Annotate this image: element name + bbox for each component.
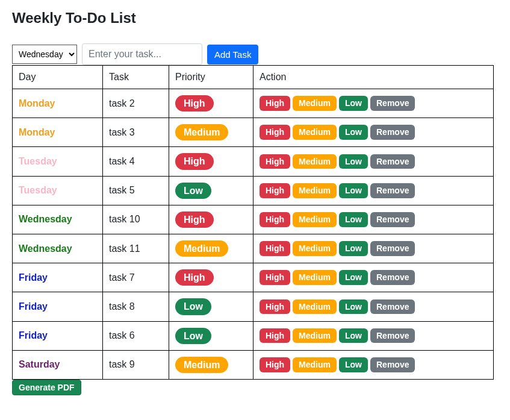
set-low-button[interactable]: Low <box>339 96 368 111</box>
remove-button[interactable]: Remove <box>370 183 415 198</box>
remove-button[interactable]: Remove <box>370 357 415 372</box>
set-high-button[interactable]: High <box>260 96 290 111</box>
set-high-button[interactable]: High <box>260 183 290 198</box>
day-label: Monday <box>19 98 55 108</box>
day-label: Monday <box>19 127 55 137</box>
set-medium-button[interactable]: Medium <box>293 299 337 315</box>
priority-badge: Medium <box>175 240 228 257</box>
generate-pdf-button[interactable]: Generate PDF <box>12 380 81 395</box>
remove-button[interactable]: Remove <box>370 299 415 315</box>
remove-button[interactable]: Remove <box>370 154 415 169</box>
set-low-button[interactable]: Low <box>339 357 368 372</box>
task-cell: task 3 <box>103 118 169 147</box>
set-low-button[interactable]: Low <box>339 299 368 315</box>
set-medium-button[interactable]: Medium <box>293 96 337 111</box>
col-header-priority: Priority <box>169 66 253 89</box>
set-high-button[interactable]: High <box>260 212 290 227</box>
set-high-button[interactable]: High <box>260 357 290 372</box>
day-label: Saturday <box>19 359 60 369</box>
priority-badge: Medium <box>175 357 228 373</box>
set-medium-button[interactable]: Medium <box>293 328 337 343</box>
table-row: Saturdaytask 9MediumHighMediumLowRemove <box>13 350 494 379</box>
day-label: Wednesday <box>19 243 72 254</box>
set-medium-button[interactable]: Medium <box>293 357 337 372</box>
set-high-button[interactable]: High <box>260 299 290 315</box>
set-high-button[interactable]: High <box>260 328 290 343</box>
set-low-button[interactable]: Low <box>339 241 368 256</box>
set-high-button[interactable]: High <box>260 270 290 285</box>
table-row: Fridaytask 6LowHighMediumLowRemove <box>13 321 494 350</box>
task-cell: task 7 <box>103 263 169 292</box>
day-label: Friday <box>19 330 48 340</box>
set-medium-button[interactable]: Medium <box>293 125 337 140</box>
task-cell: task 4 <box>103 147 169 176</box>
remove-button[interactable]: Remove <box>370 96 415 111</box>
priority-badge: High <box>175 269 214 286</box>
todo-table: Day Task Priority Action Mondaytask 2Hig… <box>12 65 494 380</box>
day-label: Wednesday <box>19 214 72 224</box>
priority-badge: High <box>175 153 214 169</box>
priority-badge: Medium <box>175 124 228 140</box>
priority-badge: High <box>175 95 214 111</box>
task-cell: task 9 <box>103 350 169 379</box>
col-header-task: Task <box>103 66 169 89</box>
task-cell: task 2 <box>103 89 169 118</box>
set-medium-button[interactable]: Medium <box>293 183 337 198</box>
table-row: Fridaytask 8LowHighMediumLowRemove <box>13 292 494 321</box>
day-label: Friday <box>19 301 48 312</box>
col-header-action: Action <box>253 66 494 89</box>
task-cell: task 11 <box>103 234 169 263</box>
task-cell: task 5 <box>103 176 169 205</box>
table-row: Tuesdaytask 4HighHighMediumLowRemove <box>13 147 494 176</box>
set-high-button[interactable]: High <box>260 125 290 140</box>
task-cell: task 8 <box>103 292 169 321</box>
set-low-button[interactable]: Low <box>339 270 368 285</box>
priority-badge: Low <box>175 328 211 344</box>
table-row: Tuesdaytask 5LowHighMediumLowRemove <box>13 176 494 205</box>
task-cell: task 6 <box>103 321 169 350</box>
page-title: Weekly To-Do List <box>12 10 498 27</box>
task-input[interactable] <box>82 43 202 65</box>
day-label: Tuesday <box>19 156 57 166</box>
set-low-button[interactable]: Low <box>339 183 368 198</box>
table-row: Fridaytask 7HighHighMediumLowRemove <box>13 263 494 292</box>
remove-button[interactable]: Remove <box>370 270 415 285</box>
set-high-button[interactable]: High <box>260 241 290 256</box>
task-cell: task 10 <box>103 205 169 234</box>
set-low-button[interactable]: Low <box>339 125 368 140</box>
priority-badge: Low <box>175 298 211 315</box>
table-row: Mondaytask 3MediumHighMediumLowRemove <box>13 118 494 147</box>
set-medium-button[interactable]: Medium <box>293 212 337 227</box>
col-header-day: Day <box>13 66 103 89</box>
day-select[interactable]: Wednesday <box>12 45 77 64</box>
set-low-button[interactable]: Low <box>339 212 368 227</box>
set-medium-button[interactable]: Medium <box>293 241 337 256</box>
remove-button[interactable]: Remove <box>370 212 415 227</box>
set-low-button[interactable]: Low <box>339 154 368 169</box>
set-high-button[interactable]: High <box>260 154 290 169</box>
table-row: Wednesdaytask 11MediumHighMediumLowRemov… <box>13 234 494 263</box>
remove-button[interactable]: Remove <box>370 125 415 140</box>
set-medium-button[interactable]: Medium <box>293 270 337 285</box>
remove-button[interactable]: Remove <box>370 328 415 343</box>
add-task-button[interactable]: Add Task <box>207 45 258 64</box>
day-label: Tuesday <box>19 185 57 195</box>
priority-badge: Low <box>175 183 211 199</box>
table-row: Wednesdaytask 10HighHighMediumLowRemove <box>13 205 494 234</box>
table-row: Mondaytask 2HighHighMediumLowRemove <box>13 89 494 118</box>
day-label: Friday <box>19 272 48 283</box>
set-low-button[interactable]: Low <box>339 328 368 343</box>
set-medium-button[interactable]: Medium <box>293 154 337 169</box>
controls-bar: Wednesday Add Task <box>12 43 498 65</box>
priority-badge: High <box>175 212 214 228</box>
remove-button[interactable]: Remove <box>370 241 415 256</box>
